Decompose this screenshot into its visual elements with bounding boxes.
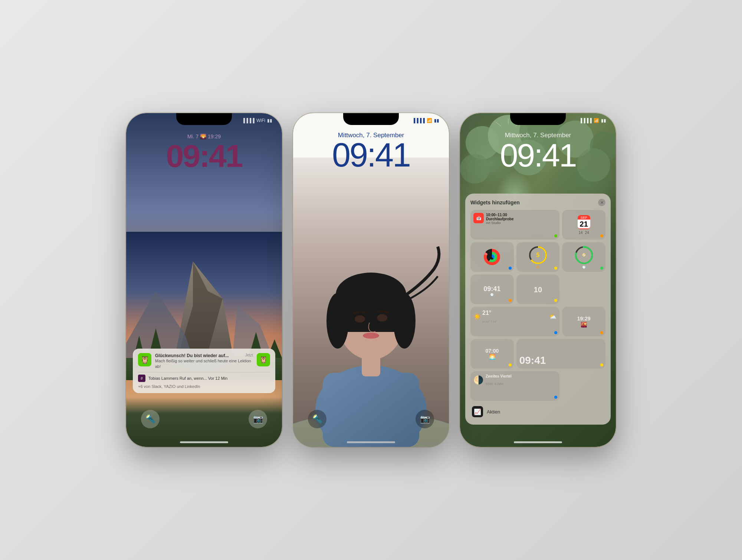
widget-cup[interactable]: CUP 09:41 🕐 bbox=[470, 274, 514, 304]
widget-indicator-orange3 bbox=[600, 331, 603, 334]
widget-indicator-orange bbox=[600, 234, 603, 237]
notif-slack: # Tobias Lammers Ruf an, wenn... Vor 12 … bbox=[138, 375, 270, 382]
calendar-week-num2: 24 bbox=[585, 231, 589, 235]
lock-time-phone2: 09:41 bbox=[293, 138, 449, 172]
home-indicator-2 bbox=[347, 441, 395, 443]
home-indicator-3 bbox=[514, 441, 562, 443]
calendar-day-badge: SEP 21 bbox=[578, 215, 590, 229]
weather-temp: 21° bbox=[482, 310, 498, 316]
status-icons-3: ▐▐▐▐📶▮▮ bbox=[579, 118, 606, 123]
flashlight-button[interactable]: 🔦 bbox=[141, 410, 160, 428]
stocks-row[interactable]: 📈 Aktien bbox=[470, 404, 605, 419]
slack-message: Tobias Lammers Ruf an, wenn... Vor 12 Mi… bbox=[148, 376, 227, 381]
notif-body: Mach fleißig so weiter und schließ heute… bbox=[155, 358, 253, 369]
calendar-icon: 📅 bbox=[473, 213, 484, 223]
moon-duration: 8Std. 41Min. bbox=[486, 382, 515, 386]
svg-point-21 bbox=[339, 291, 403, 313]
svg-point-22 bbox=[355, 315, 365, 323]
widget-grid: 📅 10:00–11:30 Durchlaufprobe Art Studio … bbox=[470, 210, 605, 401]
cup-time: 09:41 bbox=[483, 286, 500, 292]
widget-compass[interactable]: 🧭 🕐 bbox=[562, 242, 605, 272]
moon-phase: Zweites Viertel bbox=[486, 374, 515, 378]
widget-panel-header: Widgets hinzufügen ✕ bbox=[470, 199, 605, 206]
stocks-label: Aktien bbox=[487, 409, 500, 415]
city-time: 09:41 bbox=[519, 355, 603, 366]
widget-panel: Widgets hinzufügen ✕ 📅 10:00–11:30 Durch… bbox=[465, 194, 611, 425]
widget-activity[interactable] bbox=[470, 242, 514, 272]
phone-portrait: ▐▐▐▐ 📶 ▮▮ Mittwoch, 7. September 09:41 🔦… bbox=[293, 113, 449, 447]
lock-actions-phone2: 🔦 📷 bbox=[293, 410, 449, 428]
wind-unit: KM/H bbox=[534, 293, 542, 297]
widget-sunrise[interactable]: 07:00 🌅 bbox=[470, 339, 514, 369]
home-indicator bbox=[180, 441, 228, 443]
widget-indicator-green bbox=[554, 234, 557, 237]
portrait-bg bbox=[293, 158, 449, 447]
widget-sunset[interactable]: 19:29 🌇 bbox=[562, 307, 605, 336]
wind-label: W bbox=[536, 282, 540, 286]
widget-indicator-blue3 bbox=[554, 396, 557, 399]
widget-city-time[interactable]: Cupertino 09:41 bbox=[516, 339, 605, 369]
svg-point-23 bbox=[377, 314, 387, 322]
city-name: Cupertino bbox=[519, 342, 603, 346]
notification-card-phone1: 🦉 Glückwunsch! Du bist wieder auf... Jet… bbox=[133, 349, 275, 393]
lock-time-phone1: 09:41 bbox=[126, 140, 282, 172]
notif-content: Glückwunsch! Du bist wieder auf... Jetzt… bbox=[155, 353, 253, 369]
widget-indicator-orange2 bbox=[509, 299, 512, 302]
calendar-week-num1: 14 bbox=[579, 231, 583, 235]
camera-button[interactable]: 📷 bbox=[249, 410, 267, 428]
moon-rise: Mondaufgang 18:... bbox=[486, 378, 515, 382]
weather-desc: Sonnig bbox=[482, 316, 498, 320]
sunrise-time: 07:00 bbox=[485, 348, 499, 354]
camera-button-2[interactable]: 📷 bbox=[416, 410, 434, 428]
slack-icon: # bbox=[138, 375, 145, 382]
flashlight-button-2[interactable]: 🔦 bbox=[308, 410, 326, 428]
notif-divider bbox=[138, 372, 270, 372]
step-count: 5 bbox=[528, 246, 548, 265]
wind-value: 10 bbox=[534, 286, 542, 293]
widget-indicator-yellow bbox=[554, 267, 557, 270]
activity-ring-core bbox=[489, 254, 495, 260]
calendar-time: 10:00–11:30 bbox=[486, 213, 513, 217]
widget-weather[interactable]: ☀️ 21° Sonnig H:24° T:14° ⛅ bbox=[470, 307, 559, 336]
widget-date-number[interactable]: SEP 21 14 24 bbox=[562, 210, 605, 240]
svg-point-24 bbox=[363, 333, 379, 339]
widget-indicator-green2 bbox=[600, 267, 603, 270]
widget-moon[interactable]: 🌗 Zweites Viertel Mondaufgang 18:... 8St… bbox=[470, 371, 559, 401]
calendar-day: 21 bbox=[578, 220, 590, 228]
lock-time-phone3: 09:41 bbox=[460, 139, 616, 172]
calendar-place: Art Studio bbox=[486, 221, 513, 225]
widget-indicator-yellow2 bbox=[554, 299, 557, 302]
status-icons-2: ▐▐▐▐ 📶 ▮▮ bbox=[412, 118, 439, 123]
widget-indicator-blue bbox=[509, 267, 512, 270]
widget-wind[interactable]: W 10 KM/H bbox=[516, 274, 560, 304]
status-icons: ▐▐▐▐ WiFi ▮▮ bbox=[242, 118, 272, 123]
widget-indicator-yellow4 bbox=[600, 363, 603, 366]
widget-steps[interactable]: 5 🔆 bbox=[516, 242, 560, 272]
widget-indicator-yellow3 bbox=[509, 363, 512, 366]
activity-ring bbox=[484, 249, 500, 265]
notch-phone3 bbox=[510, 113, 566, 125]
widget-panel-title: Widgets hinzufügen bbox=[470, 200, 520, 205]
sunset-time: 19:29 bbox=[577, 316, 591, 322]
notch bbox=[176, 113, 232, 125]
lock-actions-phone1: 🔦 📷 bbox=[126, 410, 282, 428]
notif-more: +6 von Slack, YAZIO und LinkedIn bbox=[138, 384, 270, 389]
phone-mountain: ▐▐▐▐ WiFi ▮▮ Mi. 7 🌄 19:29 09:41 🦉 Glück… bbox=[126, 113, 282, 447]
calendar-event: Durchlaufprobe bbox=[486, 217, 513, 221]
phone-cactus: ▐▐▐▐📶▮▮ Mittwoch, 7. September 09:41 Wid… bbox=[460, 113, 616, 447]
notif-time: Jetzt bbox=[245, 353, 253, 358]
stocks-icon: 📈 bbox=[472, 406, 483, 417]
duolingo-icon-2: 🦉 bbox=[257, 353, 270, 366]
widget-calendar[interactable]: 📅 10:00–11:30 Durchlaufprobe Art Studio bbox=[470, 210, 559, 240]
notif-title: Glückwunsch! Du bist wieder auf... bbox=[155, 353, 229, 358]
widget-indicator-blue2 bbox=[554, 331, 557, 334]
widget-close-button[interactable]: ✕ bbox=[598, 199, 605, 206]
lock-date-phone2: Mittwoch, 7. September bbox=[293, 132, 449, 139]
activity-ring-inner bbox=[487, 252, 497, 262]
duolingo-icon: 🦉 bbox=[138, 353, 151, 366]
weather-range: H:24° T:14° bbox=[482, 320, 498, 323]
notch-phone2 bbox=[343, 113, 399, 125]
